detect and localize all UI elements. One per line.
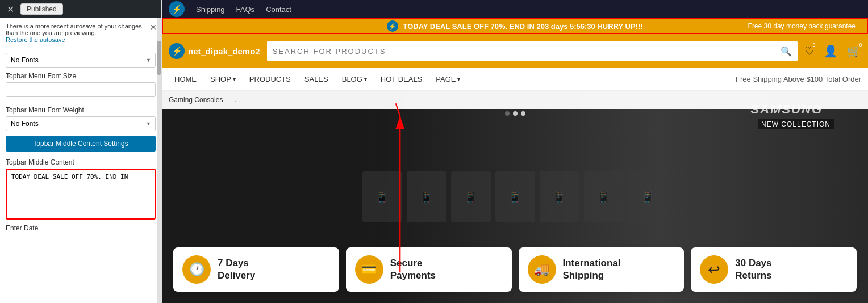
- main-nav: HOME SHOP ▾ PRODUCTS SALES BLOG ▾ HOT DE…: [162, 68, 868, 91]
- restore-autosave-link[interactable]: Restore the autosave: [6, 36, 65, 43]
- header-icons: ♡ 0 👤 🛒 0: [804, 44, 861, 58]
- scrollbar-thumb[interactable]: [157, 41, 161, 75]
- font-select-2[interactable]: No Fonts: [6, 116, 156, 131]
- hero-area: 📱 📱 📱 📱 📱 📱 📱 SAMSUNG NEW COLLECTION Gam…: [162, 91, 868, 303]
- delivery-line1: 7 Days: [218, 257, 255, 270]
- free-shipping-text: Free Shipping Above $100 Total Order: [736, 75, 861, 83]
- topnav-contact[interactable]: Contact: [266, 5, 291, 14]
- product-card-3: 📱: [451, 171, 491, 222]
- site-header: ⚡ net_dipak_demo2 🔍 ♡ 0 👤 🛒 0: [162, 34, 868, 68]
- shipping-icon: 🚚: [528, 255, 556, 284]
- nav-blog[interactable]: BLOG ▾: [336, 70, 373, 88]
- close-button[interactable]: ✕: [5, 3, 16, 15]
- panel-content: No Fonts Topbar Menu Font Size Topbar Me…: [0, 48, 161, 303]
- font-select-1-wrapper: No Fonts: [6, 53, 156, 68]
- money-back-text: Free 30 day money back guarantee: [748, 22, 856, 30]
- product-card-2: 📱: [407, 171, 446, 222]
- topbar-logo-icon: ⚡: [169, 1, 185, 17]
- payments-icon: 💳: [355, 255, 383, 284]
- delivery-icon: 🕐: [182, 255, 211, 284]
- returns-line1: 30 Days: [735, 257, 771, 270]
- search-input[interactable]: [267, 44, 775, 59]
- topbar-middle-content-label: Topbar Middle Content: [6, 158, 156, 166]
- dot-2[interactable]: [513, 111, 518, 116]
- scrollbar-track[interactable]: [157, 18, 161, 303]
- product-card-4: 📱: [495, 171, 535, 222]
- font-select-1[interactable]: No Fonts: [6, 53, 156, 68]
- autosave-text: There is a more recent autosave of your …: [6, 23, 142, 36]
- nav-sales[interactable]: SALES: [299, 70, 334, 88]
- shipping-text: International Shipping: [563, 257, 621, 282]
- returns-line2: Returns: [735, 270, 771, 282]
- font-size-input[interactable]: [6, 82, 156, 97]
- announcement-icon: ⚡: [387, 20, 398, 32]
- site-preview: ⚡ Shipping FAQs Contact ⚡ TODAY DEAL SAL…: [162, 0, 868, 303]
- cart-icon[interactable]: 🛒 0: [847, 44, 861, 58]
- feature-card-returns: ↩ 30 Days Returns: [691, 247, 857, 292]
- announcement-text: TODAY DEAL SALE OFF 70%. END IN 203 days…: [403, 22, 642, 31]
- topbar-middle-settings-button[interactable]: Topbar Middle Content Settings: [6, 136, 156, 152]
- feature-card-delivery: 🕐 7 Days Delivery: [173, 247, 339, 292]
- product-card-1: 📱: [362, 171, 402, 222]
- wishlist-badge: 0: [810, 41, 818, 49]
- delivery-line2: Delivery: [218, 270, 255, 282]
- topnav-faqs[interactable]: FAQs: [236, 5, 255, 14]
- feature-card-shipping: 🚚 International Shipping: [519, 247, 685, 292]
- search-button[interactable]: 🔍: [775, 43, 798, 60]
- feature-card-payments: 💳 Secure Payments: [346, 247, 512, 292]
- product-card-5: 📱: [540, 171, 579, 222]
- nav-products[interactable]: PRODUCTS: [244, 70, 297, 88]
- font-weight-label: Topbar Menu Font Weight: [6, 106, 156, 114]
- site-top-nav: ⚡ Shipping FAQs Contact: [162, 0, 868, 18]
- topbar-middle-content-textarea[interactable]: TODAY DEAL SALE OFF 70%. END IN: [6, 169, 156, 220]
- payments-line1: Secure: [390, 257, 436, 270]
- nav-page[interactable]: PAGE ▾: [430, 70, 466, 88]
- logo-icon: ⚡: [169, 43, 185, 59]
- shipping-line1: International: [563, 257, 621, 270]
- returns-text: 30 Days Returns: [735, 257, 771, 282]
- published-button[interactable]: Published: [20, 3, 63, 15]
- nav-home[interactable]: HOME: [169, 70, 202, 88]
- cart-badge: 0: [857, 41, 865, 49]
- site-logo: ⚡ net_dipak_demo2: [169, 43, 260, 59]
- customizer-panel: ✕ Published There is a more recent autos…: [0, 0, 162, 303]
- subcategory-gaming[interactable]: Gaming Consoles: [169, 96, 223, 104]
- autosave-notice: There is a more recent autosave of your …: [0, 18, 161, 48]
- shipping-line2: Shipping: [563, 270, 621, 282]
- returns-icon: ↩: [700, 255, 728, 284]
- wp-admin-bar: ✕ Published: [0, 0, 161, 18]
- dot-3[interactable]: [521, 111, 525, 116]
- feature-cards: 🕐 7 Days Delivery 💳 Secure Payments 🚚 In…: [173, 247, 857, 292]
- announcement-bar: ⚡ TODAY DEAL SALE OFF 70%. END IN 203 da…: [162, 18, 868, 34]
- enter-date-label: Enter Date: [6, 224, 156, 232]
- new-collection-text: NEW COLLECTION: [758, 119, 834, 129]
- payments-text: Secure Payments: [390, 257, 436, 282]
- font-select-2-wrapper: No Fonts: [6, 116, 156, 131]
- subcategory-bar: Gaming Consoles ...: [162, 91, 868, 109]
- account-icon[interactable]: 👤: [824, 44, 838, 58]
- product-card-7: 📱: [628, 171, 668, 222]
- carousel-dots: [162, 109, 868, 118]
- font-size-label: Topbar Menu Font Size: [6, 72, 156, 80]
- wishlist-icon[interactable]: ♡ 0: [804, 44, 815, 58]
- subcategory-dots: ...: [234, 96, 240, 104]
- autosave-close-icon[interactable]: ✕: [150, 23, 157, 32]
- search-bar: 🔍: [267, 41, 798, 61]
- nav-hot-deals[interactable]: HOT DEALS: [375, 70, 428, 88]
- dot-1[interactable]: [505, 111, 510, 116]
- topnav-shipping[interactable]: Shipping: [196, 5, 225, 14]
- delivery-text: 7 Days Delivery: [218, 257, 255, 282]
- payments-line2: Payments: [390, 270, 436, 282]
- product-card-6: 📱: [584, 171, 624, 222]
- logo-text: net_dipak_demo2: [188, 47, 260, 56]
- nav-shop[interactable]: SHOP ▾: [205, 70, 241, 88]
